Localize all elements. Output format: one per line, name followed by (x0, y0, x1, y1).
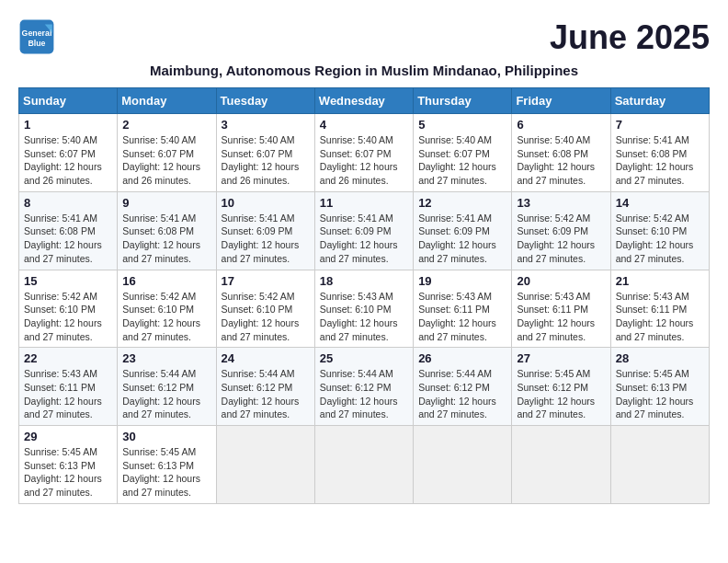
day-info: Sunrise: 5:42 AM Sunset: 6:10 PM Dayligh… (122, 290, 210, 344)
calendar-cell: 5Sunrise: 5:40 AM Sunset: 6:07 PM Daylig… (414, 114, 512, 192)
calendar-header-thursday: Thursday (414, 88, 512, 114)
calendar-header-wednesday: Wednesday (314, 88, 413, 114)
calendar-cell: 24Sunrise: 5:44 AM Sunset: 6:12 PM Dayli… (216, 348, 314, 426)
day-info: Sunrise: 5:41 AM Sunset: 6:09 PM Dayligh… (320, 212, 408, 266)
day-info: Sunrise: 5:45 AM Sunset: 6:13 PM Dayligh… (616, 367, 704, 421)
day-info: Sunrise: 5:42 AM Sunset: 6:09 PM Dayligh… (517, 212, 605, 266)
day-number: 6 (517, 118, 605, 132)
calendar-cell: 20Sunrise: 5:43 AM Sunset: 6:11 PM Dayli… (512, 270, 610, 348)
day-number: 12 (418, 196, 506, 210)
calendar-cell: 26Sunrise: 5:44 AM Sunset: 6:12 PM Dayli… (414, 348, 512, 426)
calendar-cell: 7Sunrise: 5:41 AM Sunset: 6:08 PM Daylig… (610, 114, 709, 192)
calendar-cell: 9Sunrise: 5:41 AM Sunset: 6:08 PM Daylig… (118, 191, 216, 270)
calendar-header-monday: Monday (118, 88, 216, 114)
calendar-week-2: 8Sunrise: 5:41 AM Sunset: 6:08 PM Daylig… (19, 191, 710, 270)
calendar-header-tuesday: Tuesday (216, 88, 314, 114)
day-number: 22 (24, 351, 112, 365)
calendar-cell: 22Sunrise: 5:43 AM Sunset: 6:11 PM Dayli… (19, 348, 118, 426)
day-info: Sunrise: 5:42 AM Sunset: 6:10 PM Dayligh… (616, 212, 704, 266)
day-info: Sunrise: 5:41 AM Sunset: 6:08 PM Dayligh… (24, 212, 112, 266)
day-info: Sunrise: 5:41 AM Sunset: 6:09 PM Dayligh… (222, 212, 310, 266)
day-number: 25 (320, 351, 408, 365)
day-number: 13 (517, 196, 605, 210)
calendar-header-row: SundayMondayTuesdayWednesdayThursdayFrid… (19, 88, 710, 114)
day-info: Sunrise: 5:44 AM Sunset: 6:12 PM Dayligh… (320, 367, 408, 421)
day-number: 1 (24, 118, 112, 132)
calendar-cell (610, 426, 709, 504)
day-number: 23 (122, 351, 210, 365)
calendar-cell (216, 426, 314, 504)
day-number: 28 (616, 351, 704, 365)
calendar-table: SundayMondayTuesdayWednesdayThursdayFrid… (18, 87, 710, 504)
day-info: Sunrise: 5:45 AM Sunset: 6:13 PM Dayligh… (122, 445, 210, 500)
header: General Blue June 2025 (18, 18, 710, 57)
logo-icon: General Blue (18, 18, 55, 55)
day-info: Sunrise: 5:42 AM Sunset: 6:10 PM Dayligh… (222, 290, 310, 344)
day-number: 7 (616, 118, 704, 132)
calendar-cell: 6Sunrise: 5:40 AM Sunset: 6:08 PM Daylig… (512, 114, 610, 192)
calendar-cell: 17Sunrise: 5:42 AM Sunset: 6:10 PM Dayli… (216, 270, 314, 348)
calendar-cell: 14Sunrise: 5:42 AM Sunset: 6:10 PM Dayli… (610, 191, 709, 270)
calendar-cell: 13Sunrise: 5:42 AM Sunset: 6:09 PM Dayli… (512, 191, 610, 270)
calendar-cell: 2Sunrise: 5:40 AM Sunset: 6:07 PM Daylig… (118, 114, 216, 192)
day-number: 27 (517, 351, 605, 365)
calendar-header-friday: Friday (512, 88, 610, 114)
calendar-cell (314, 426, 413, 504)
day-number: 26 (418, 351, 506, 365)
day-number: 4 (320, 118, 408, 132)
calendar-cell: 11Sunrise: 5:41 AM Sunset: 6:09 PM Dayli… (314, 191, 413, 270)
svg-text:General: General (22, 29, 52, 38)
calendar-header-sunday: Sunday (19, 88, 118, 114)
day-info: Sunrise: 5:40 AM Sunset: 6:08 PM Dayligh… (517, 133, 605, 188)
day-number: 15 (24, 274, 112, 288)
calendar-week-1: 1Sunrise: 5:40 AM Sunset: 6:07 PM Daylig… (19, 114, 710, 192)
day-info: Sunrise: 5:44 AM Sunset: 6:12 PM Dayligh… (122, 367, 210, 421)
calendar-week-3: 15Sunrise: 5:42 AM Sunset: 6:10 PM Dayli… (19, 270, 710, 348)
subtitle: Maimbung, Autonomous Region in Muslim Mi… (18, 63, 710, 78)
day-number: 5 (418, 118, 506, 132)
day-number: 11 (320, 196, 408, 210)
calendar-cell: 15Sunrise: 5:42 AM Sunset: 6:10 PM Dayli… (19, 270, 118, 348)
calendar-week-5: 29Sunrise: 5:45 AM Sunset: 6:13 PM Dayli… (19, 426, 710, 504)
month-title: June 2025 (550, 18, 710, 57)
day-number: 29 (24, 430, 112, 443)
day-info: Sunrise: 5:40 AM Sunset: 6:07 PM Dayligh… (24, 133, 112, 188)
calendar-cell: 25Sunrise: 5:44 AM Sunset: 6:12 PM Dayli… (314, 348, 413, 426)
calendar-cell: 10Sunrise: 5:41 AM Sunset: 6:09 PM Dayli… (216, 191, 314, 270)
calendar-cell: 3Sunrise: 5:40 AM Sunset: 6:07 PM Daylig… (216, 114, 314, 192)
calendar-week-4: 22Sunrise: 5:43 AM Sunset: 6:11 PM Dayli… (19, 348, 710, 426)
day-info: Sunrise: 5:43 AM Sunset: 6:11 PM Dayligh… (517, 290, 605, 344)
calendar-cell: 18Sunrise: 5:43 AM Sunset: 6:10 PM Dayli… (314, 270, 413, 348)
day-number: 19 (418, 274, 506, 288)
calendar-cell: 19Sunrise: 5:43 AM Sunset: 6:11 PM Dayli… (414, 270, 512, 348)
day-info: Sunrise: 5:45 AM Sunset: 6:13 PM Dayligh… (24, 445, 112, 500)
calendar-cell: 12Sunrise: 5:41 AM Sunset: 6:09 PM Dayli… (414, 191, 512, 270)
day-info: Sunrise: 5:40 AM Sunset: 6:07 PM Dayligh… (222, 133, 310, 188)
day-info: Sunrise: 5:40 AM Sunset: 6:07 PM Dayligh… (122, 133, 210, 188)
day-number: 8 (24, 196, 112, 210)
day-info: Sunrise: 5:41 AM Sunset: 6:08 PM Dayligh… (616, 133, 704, 188)
day-number: 3 (222, 118, 310, 132)
day-info: Sunrise: 5:45 AM Sunset: 6:12 PM Dayligh… (517, 367, 605, 421)
day-info: Sunrise: 5:40 AM Sunset: 6:07 PM Dayligh… (418, 133, 506, 188)
day-number: 24 (222, 351, 310, 365)
calendar-cell (414, 426, 512, 504)
day-info: Sunrise: 5:40 AM Sunset: 6:07 PM Dayligh… (320, 133, 408, 188)
calendar-cell: 16Sunrise: 5:42 AM Sunset: 6:10 PM Dayli… (118, 270, 216, 348)
calendar-cell: 8Sunrise: 5:41 AM Sunset: 6:08 PM Daylig… (19, 191, 118, 270)
logo: General Blue (18, 18, 55, 55)
day-number: 10 (222, 196, 310, 210)
svg-text:Blue: Blue (28, 39, 45, 48)
day-number: 18 (320, 274, 408, 288)
day-info: Sunrise: 5:41 AM Sunset: 6:09 PM Dayligh… (418, 212, 506, 266)
day-number: 16 (122, 274, 210, 288)
day-info: Sunrise: 5:44 AM Sunset: 6:12 PM Dayligh… (222, 367, 310, 421)
day-number: 9 (122, 196, 210, 210)
calendar-cell: 28Sunrise: 5:45 AM Sunset: 6:13 PM Dayli… (610, 348, 709, 426)
day-number: 2 (122, 118, 210, 132)
day-number: 14 (616, 196, 704, 210)
day-number: 30 (122, 430, 210, 443)
day-info: Sunrise: 5:43 AM Sunset: 6:11 PM Dayligh… (24, 367, 112, 421)
calendar-cell: 23Sunrise: 5:44 AM Sunset: 6:12 PM Dayli… (118, 348, 216, 426)
day-info: Sunrise: 5:43 AM Sunset: 6:11 PM Dayligh… (418, 290, 506, 344)
